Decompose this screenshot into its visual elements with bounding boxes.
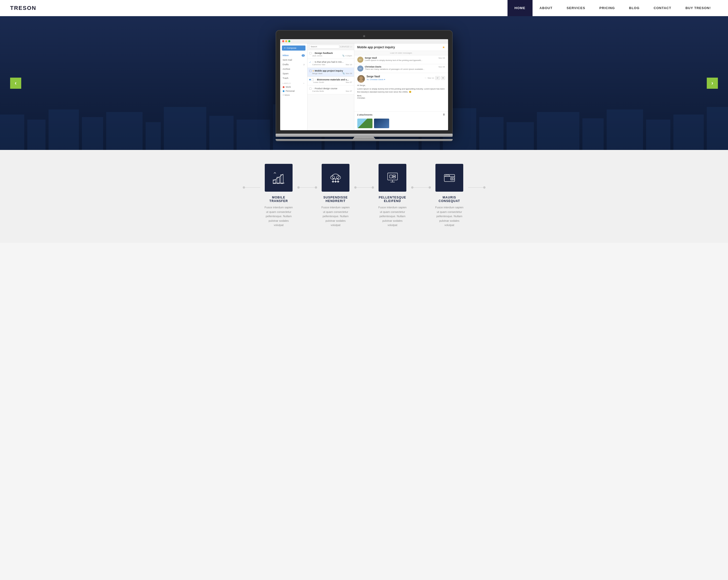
sidebar-item-inbox[interactable]: Inbox 3 <box>280 53 307 58</box>
msg-body: Lorem Ipsum is simply dummy text of the … <box>357 87 445 94</box>
list-item[interactable]: ★ Mobile app project inquiry Serge Vasil… <box>308 68 354 77</box>
nav-item-services[interactable]: SERVICES <box>560 0 593 16</box>
sidebar-item-sentmail[interactable]: Sent mail <box>280 58 307 62</box>
attachments-label: 2 attachments <box>357 113 373 116</box>
checkbox-icon[interactable] <box>309 87 312 90</box>
drafts-label: Drafts <box>283 63 289 66</box>
nav-item-blog[interactable]: BLOG <box>622 0 647 16</box>
connector-line-1 <box>300 187 315 188</box>
connector-dot-7 <box>483 186 486 189</box>
monitor-icon <box>386 171 399 185</box>
checkbox-icon[interactable] <box>309 70 312 72</box>
connector-dot-0 <box>243 186 245 189</box>
svg-point-31 <box>332 174 339 179</box>
next-page-icon[interactable]: › <box>352 46 352 48</box>
navbar: TRESON HOME ABOUT SERVICES PRICING BLOG … <box>0 0 728 16</box>
compose-icon: ✏ <box>284 47 286 49</box>
label-more[interactable]: + More <box>280 93 307 97</box>
msg-star-icon[interactable]: ☆ <box>424 77 426 79</box>
email-client: ✏ Compose Inbox 3 Sent mail Drafts 2 <box>280 44 448 130</box>
email-sender: Jack Jones <box>312 55 341 57</box>
star-icon-starred[interactable]: ★ <box>312 70 314 72</box>
search-input[interactable] <box>309 45 340 49</box>
feature-item-mauris: MAURIS CONSEQUAT Fusce interdum sapien u… <box>431 164 468 228</box>
sidebar-item-drafts[interactable]: Drafts 2 <box>280 62 307 67</box>
list-item[interactable]: ☆ Bistronome materials and s... Lewis Sm… <box>308 77 354 85</box>
nav-item-buy[interactable]: BUY TRESON! <box>678 0 718 16</box>
thread-preview: There are many variations of passages of… <box>365 68 445 70</box>
msg-to-arrow: ▾ <box>384 78 385 81</box>
label-work[interactable]: Work <box>280 85 307 89</box>
compose-button[interactable]: ✏ Compose <box>282 46 306 51</box>
connector-line-0 <box>245 187 260 188</box>
thread-item: SV Serge Vasil Nov 03 Lorem Ipsum is sim… <box>354 55 448 64</box>
attach-icon: 📎 <box>342 72 345 75</box>
email-subject: Design feedback <box>315 52 352 54</box>
email-sender: Lewis Smith <box>313 81 345 83</box>
thread-date: Nov 03 <box>439 57 445 59</box>
list-item[interactable]: ✓ ☆ Is that what you had in min... Cathe… <box>308 59 354 68</box>
feature-item-suspendisse: SUSPENDISSE HENDRERIT Fusce interdum sap… <box>317 164 354 228</box>
feature-title-2: PELLENTESQUE ELEIFEND <box>378 196 407 203</box>
msg-more-button[interactable]: ▾ <box>441 76 445 80</box>
nav-item-home[interactable]: HOME <box>508 0 532 16</box>
msg-signoff: Best, <box>357 95 445 97</box>
thread-date: Nov 05 <box>439 66 445 68</box>
email-sender: Catherine Tate <box>312 63 345 66</box>
sidebar-item-spam[interactable]: Spam <box>280 71 307 76</box>
msg-reply-button[interactable]: ↩ <box>435 76 440 80</box>
logo: TRESON <box>10 5 508 11</box>
inbox-label: Inbox <box>283 54 289 57</box>
star-icon[interactable]: ☆ <box>312 87 314 90</box>
prev-button[interactable]: ‹ <box>10 78 21 89</box>
email-message: Serge Vasil To: Christian Davis ▾ ☆ <box>354 73 448 111</box>
email-list: 1-24 of 112 ‹ › ☆ Design feedback <box>308 44 354 130</box>
sidebar-item-archive[interactable]: Archive <box>280 67 307 71</box>
labels-expand-icon[interactable]: + <box>303 82 305 84</box>
svg-rect-17 <box>537 112 579 150</box>
nav-item-about[interactable]: ABOUT <box>532 0 560 16</box>
sentmail-label: Sent mail <box>283 59 292 61</box>
star-icon[interactable]: ☆ <box>315 79 316 81</box>
personal-dot <box>283 90 284 92</box>
attach-thumb-1[interactable] <box>357 118 372 128</box>
star-icon[interactable]: ☆ <box>312 52 314 54</box>
nav-item-pricing[interactable]: PRICING <box>592 0 622 16</box>
detail-star-icon[interactable]: ★ <box>442 46 445 49</box>
label-personal[interactable]: Personal <box>280 89 307 93</box>
laptop-stand <box>353 137 375 139</box>
feature-icon-box-1 <box>322 164 349 192</box>
msg-signname: Christian <box>357 97 445 99</box>
next-button[interactable]: › <box>707 78 718 89</box>
svg-rect-0 <box>0 114 24 150</box>
check-icon[interactable]: ✓ <box>309 61 312 63</box>
nav-item-contact[interactable]: CONTACT <box>647 0 678 16</box>
thread-avatar: SV <box>357 57 363 63</box>
email-sender: Camilla Belle <box>312 90 345 92</box>
wallet-icon <box>443 171 457 185</box>
feature-desc-3: Fusce interdum sapien ut quam consectetu… <box>435 205 464 228</box>
svg-line-29 <box>274 173 275 174</box>
msg-avatar <box>357 75 365 83</box>
connector-line-4 <box>468 187 483 188</box>
list-item[interactable]: ☆ Product design course Camilla Belle No… <box>308 85 354 94</box>
load-older[interactable]: Load 24 older messages <box>354 51 448 55</box>
checkbox-icon[interactable] <box>312 79 314 81</box>
feature-item-mobile-transfer: MOBILE TRANSFER Fusce interdum sapien ut… <box>260 164 297 228</box>
prev-page-icon[interactable]: ‹ <box>350 46 351 48</box>
email-subject: Product design course <box>315 87 352 90</box>
svg-rect-44 <box>390 175 392 178</box>
connector-dot-2 <box>315 186 317 189</box>
list-item[interactable]: ☆ Design feedback Jack Jones 📎 4:30pm <box>308 50 354 59</box>
svg-rect-8 <box>237 120 270 150</box>
msg-to-label: To: <box>367 78 370 81</box>
attach-thumb-2[interactable] <box>374 118 389 128</box>
inbox-badge: 3 <box>302 54 305 57</box>
hero-section: ‹ › ✏ Compose <box>0 16 728 150</box>
svg-point-40 <box>338 181 339 182</box>
sidebar-item-trash[interactable]: Trash <box>280 76 307 80</box>
email-date: Nov 09 <box>346 72 352 75</box>
star-icon[interactable]: ☆ <box>312 61 314 63</box>
checkbox-icon[interactable] <box>309 52 312 54</box>
download-icon[interactable]: ⬇ <box>443 113 445 116</box>
